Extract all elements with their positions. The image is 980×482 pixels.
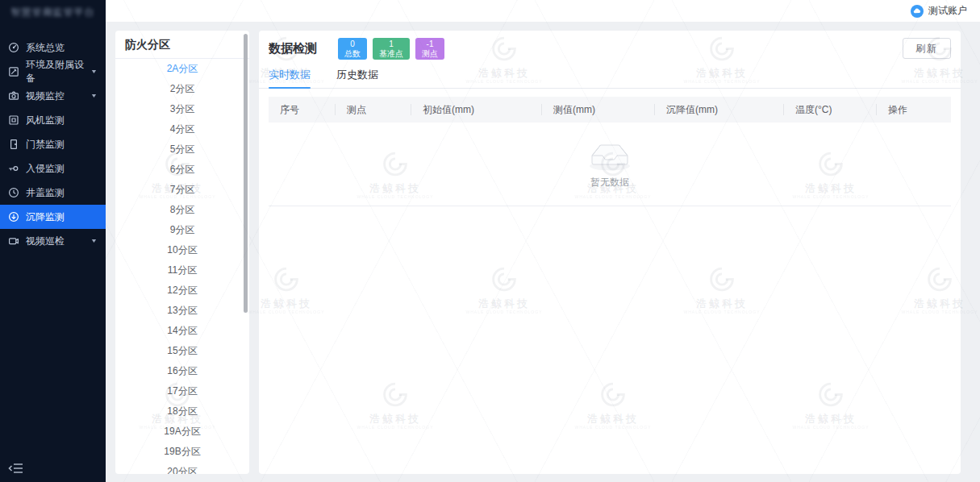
account-name: 测试账户 xyxy=(928,4,967,18)
chevron-down-icon: ▼ xyxy=(90,93,98,99)
stat-badge: -1测点 xyxy=(415,38,444,60)
sidebar-item-fan[interactable]: 风机监测 xyxy=(0,108,106,132)
topbar: 测试账户 xyxy=(106,0,980,23)
table-column-header: 温度(°C) xyxy=(784,97,877,123)
sidebar-item-dashboard[interactable]: 系统总览 xyxy=(0,35,106,60)
data-table: 序号测点初始值(mm)测值(mm)沉降值(mm)温度(°C)操作 暂无数据 xyxy=(269,97,951,206)
zone-item[interactable]: 12分区 xyxy=(115,280,249,301)
zone-item[interactable]: 19B分区 xyxy=(115,442,249,462)
empty-state-text: 暂无数据 xyxy=(590,176,629,189)
empty-box-icon xyxy=(585,139,635,172)
tab-history-data[interactable]: 历史数据 xyxy=(336,66,378,88)
table-column-header: 序号 xyxy=(269,97,336,123)
zone-item[interactable]: 5分区 xyxy=(115,139,249,160)
sidebar-item-camera[interactable]: 视频监控▼ xyxy=(0,84,106,108)
patrol-icon xyxy=(8,235,19,247)
zone-item[interactable]: 18分区 xyxy=(115,401,249,422)
dashboard-icon xyxy=(8,42,19,53)
app-brand-title: 智慧管廊监管平台 xyxy=(0,0,106,24)
sidebar-item-door[interactable]: 门禁监测 xyxy=(0,132,106,156)
zone-item[interactable]: 3分区 xyxy=(115,99,249,119)
sidebar: 智慧管廊监管平台 系统总览环境及附属设备▼视频监控▼风机监测门禁监测入侵监测井盖… xyxy=(0,0,106,482)
table-header-row: 序号测点初始值(mm)测值(mm)沉降值(mm)温度(°C)操作 xyxy=(269,97,951,123)
stat-value: 1 xyxy=(379,39,403,48)
intrusion-icon xyxy=(8,163,19,174)
sidebar-item-label: 视频巡检 xyxy=(26,235,65,248)
stat-label: 测点 xyxy=(422,48,438,58)
sidebar-menu: 系统总览环境及附属设备▼视频监控▼风机监测门禁监测入侵监测井盖监测沉降监测视频巡… xyxy=(0,35,106,253)
door-icon xyxy=(8,139,19,150)
data-tabs: 实时数据历史数据 xyxy=(259,66,961,89)
zone-item[interactable]: 10分区 xyxy=(115,240,249,260)
stat-label: 基准点 xyxy=(379,48,403,58)
sidebar-item-label: 视频监控 xyxy=(26,89,65,103)
sidebar-item-environment[interactable]: 环境及附属设备▼ xyxy=(0,60,106,84)
sidebar-item-label: 系统总览 xyxy=(26,41,65,55)
stat-value: 0 xyxy=(344,39,361,48)
refresh-button[interactable]: 刷新 xyxy=(903,38,951,59)
sidebar-item-label: 沉降监测 xyxy=(26,210,65,224)
panel-title: 数据检测 xyxy=(269,41,317,56)
sidebar-item-label: 入侵监测 xyxy=(26,162,65,176)
camera-icon xyxy=(8,90,19,102)
zone-item[interactable]: 19A分区 xyxy=(115,422,249,442)
stat-value: -1 xyxy=(422,39,438,48)
stat-badges: 0总数1基准点-1测点 xyxy=(338,38,444,60)
zone-item[interactable]: 20分区 xyxy=(115,462,249,474)
zone-item[interactable]: 7分区 xyxy=(115,180,249,200)
chevron-down-icon: ▼ xyxy=(90,238,98,244)
fan-icon xyxy=(8,114,19,126)
sidebar-item-label: 井盖监测 xyxy=(26,186,65,200)
environment-icon xyxy=(8,66,19,77)
zone-item[interactable]: 4分区 xyxy=(115,119,249,139)
avatar-icon xyxy=(911,5,924,18)
fire-zone-panel: 防火分区 2A分区2分区3分区4分区5分区6分区7分区8分区9分区10分区11分… xyxy=(115,31,249,474)
zone-item[interactable]: 16分区 xyxy=(115,361,249,381)
manhole-icon xyxy=(8,187,19,198)
table-column-header: 初始值(mm) xyxy=(411,97,542,123)
zone-item[interactable]: 17分区 xyxy=(115,381,249,401)
account-menu[interactable]: 测试账户 xyxy=(911,4,967,18)
data-detection-panel: 数据检测 0总数1基准点-1测点 刷新 实时数据历史数据 序号测点初始值(mm)… xyxy=(259,31,961,474)
zone-item[interactable]: 11分区 xyxy=(115,260,249,280)
table-column-header: 测点 xyxy=(336,97,411,123)
zone-list-scrollbar[interactable] xyxy=(244,34,248,313)
zone-item[interactable]: 2分区 xyxy=(115,79,249,99)
sidebar-item-intrusion[interactable]: 入侵监测 xyxy=(0,156,106,181)
stat-badge: 0总数 xyxy=(338,38,367,60)
stat-badge: 1基准点 xyxy=(373,38,410,60)
chevron-down-icon: ▼ xyxy=(90,69,98,75)
table-empty-state: 暂无数据 xyxy=(269,123,951,206)
table-column-header: 操作 xyxy=(877,97,951,123)
fire-zone-list: 2A分区2分区3分区4分区5分区6分区7分区8分区9分区10分区11分区12分区… xyxy=(115,59,249,474)
zone-item[interactable]: 2A分区 xyxy=(115,59,249,79)
sidebar-collapse-icon[interactable] xyxy=(8,462,24,475)
panel-header: 数据检测 0总数1基准点-1测点 刷新 xyxy=(259,31,961,66)
stat-label: 总数 xyxy=(344,48,361,58)
sidebar-item-manhole[interactable]: 井盖监测 xyxy=(0,181,106,205)
fire-zone-panel-title: 防火分区 xyxy=(115,31,249,59)
zone-item[interactable]: 8分区 xyxy=(115,200,249,220)
table-column-header: 测值(mm) xyxy=(542,97,655,123)
zone-item[interactable]: 9分区 xyxy=(115,220,249,240)
sidebar-item-label: 门禁监测 xyxy=(26,138,65,152)
zone-item[interactable]: 15分区 xyxy=(115,341,249,361)
settlement-icon xyxy=(8,211,19,222)
table-column-header: 沉降值(mm) xyxy=(655,97,784,123)
tab-realtime-data[interactable]: 实时数据 xyxy=(269,66,311,88)
sidebar-item-patrol[interactable]: 视频巡检▼ xyxy=(0,229,106,253)
zone-item[interactable]: 6分区 xyxy=(115,160,249,180)
sidebar-item-label: 风机监测 xyxy=(26,114,65,127)
sidebar-item-settlement[interactable]: 沉降监测 xyxy=(0,205,106,229)
zone-item[interactable]: 14分区 xyxy=(115,321,249,341)
zone-item[interactable]: 13分区 xyxy=(115,301,249,321)
sidebar-item-label: 环境及附属设备 xyxy=(26,58,90,85)
